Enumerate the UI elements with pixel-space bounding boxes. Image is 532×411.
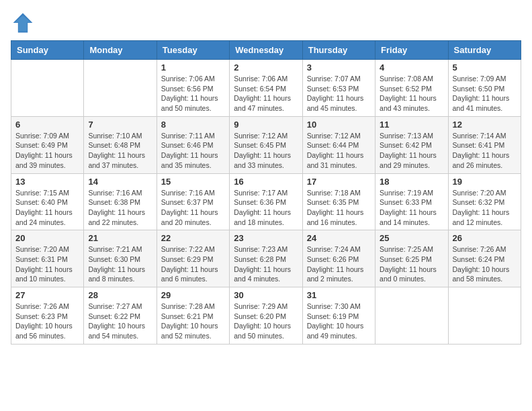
day-info: Sunrise: 7:29 AM Sunset: 6:20 PM Dayligh… bbox=[234, 302, 298, 341]
day-number: 16 bbox=[234, 177, 298, 187]
day-info: Sunrise: 7:27 AM Sunset: 6:22 PM Dayligh… bbox=[88, 302, 152, 341]
calendar-day-header: Sunday bbox=[11, 41, 84, 60]
calendar-week-row: 1Sunrise: 7:06 AM Sunset: 6:56 PM Daylig… bbox=[11, 60, 521, 117]
day-number: 14 bbox=[88, 177, 152, 187]
day-info: Sunrise: 7:07 AM Sunset: 6:53 PM Dayligh… bbox=[307, 74, 371, 113]
calendar-day-cell: 5Sunrise: 7:09 AM Sunset: 6:50 PM Daylig… bbox=[448, 60, 521, 117]
calendar-day-cell: 10Sunrise: 7:12 AM Sunset: 6:44 PM Dayli… bbox=[302, 116, 375, 173]
day-info: Sunrise: 7:06 AM Sunset: 6:56 PM Dayligh… bbox=[161, 74, 225, 113]
calendar-table: SundayMondayTuesdayWednesdayThursdayFrid… bbox=[11, 40, 521, 345]
logo-icon bbox=[11, 11, 35, 35]
calendar-day-cell bbox=[375, 287, 448, 345]
calendar-day-cell: 22Sunrise: 7:22 AM Sunset: 6:29 PM Dayli… bbox=[157, 230, 229, 287]
day-number: 3 bbox=[307, 62, 371, 73]
day-info: Sunrise: 7:19 AM Sunset: 6:33 PM Dayligh… bbox=[380, 188, 443, 228]
calendar-day-header: Tuesday bbox=[157, 41, 229, 60]
day-info: Sunrise: 7:10 AM Sunset: 6:48 PM Dayligh… bbox=[88, 131, 152, 171]
day-info: Sunrise: 7:06 AM Sunset: 6:54 PM Dayligh… bbox=[234, 74, 298, 113]
day-info: Sunrise: 7:09 AM Sunset: 6:49 PM Dayligh… bbox=[15, 131, 79, 171]
day-info: Sunrise: 7:14 AM Sunset: 6:41 PM Dayligh… bbox=[453, 131, 517, 171]
day-info: Sunrise: 7:26 AM Sunset: 6:24 PM Dayligh… bbox=[453, 244, 517, 284]
day-number: 17 bbox=[307, 177, 371, 187]
day-number: 21 bbox=[88, 233, 152, 243]
day-number: 29 bbox=[161, 290, 225, 300]
calendar-week-row: 6Sunrise: 7:09 AM Sunset: 6:49 PM Daylig… bbox=[11, 116, 521, 173]
day-number: 18 bbox=[380, 177, 443, 187]
calendar-day-cell: 4Sunrise: 7:08 AM Sunset: 6:52 PM Daylig… bbox=[375, 60, 448, 117]
calendar-day-cell: 29Sunrise: 7:28 AM Sunset: 6:21 PM Dayli… bbox=[157, 287, 229, 345]
calendar-day-cell: 18Sunrise: 7:19 AM Sunset: 6:33 PM Dayli… bbox=[375, 173, 448, 230]
day-info: Sunrise: 7:23 AM Sunset: 6:28 PM Dayligh… bbox=[234, 244, 298, 284]
calendar-day-cell: 24Sunrise: 7:24 AM Sunset: 6:26 PM Dayli… bbox=[302, 230, 375, 287]
day-number: 20 bbox=[15, 233, 79, 243]
calendar-day-header: Friday bbox=[375, 41, 448, 60]
calendar-week-row: 13Sunrise: 7:15 AM Sunset: 6:40 PM Dayli… bbox=[11, 173, 521, 230]
day-info: Sunrise: 7:09 AM Sunset: 6:50 PM Dayligh… bbox=[453, 74, 517, 113]
day-number: 5 bbox=[453, 62, 517, 73]
day-number: 6 bbox=[15, 120, 79, 130]
svg-marker-1 bbox=[15, 15, 30, 31]
page-header bbox=[11, 11, 521, 35]
calendar-day-header: Saturday bbox=[448, 41, 521, 60]
day-number: 31 bbox=[307, 290, 371, 300]
calendar-day-cell: 26Sunrise: 7:26 AM Sunset: 6:24 PM Dayli… bbox=[448, 230, 521, 287]
day-info: Sunrise: 7:12 AM Sunset: 6:45 PM Dayligh… bbox=[234, 131, 298, 171]
day-info: Sunrise: 7:25 AM Sunset: 6:25 PM Dayligh… bbox=[380, 244, 443, 284]
day-number: 28 bbox=[88, 290, 152, 300]
day-number: 22 bbox=[161, 233, 225, 243]
calendar-day-cell: 11Sunrise: 7:13 AM Sunset: 6:42 PM Dayli… bbox=[375, 116, 448, 173]
calendar-week-row: 20Sunrise: 7:20 AM Sunset: 6:31 PM Dayli… bbox=[11, 230, 521, 287]
day-number: 11 bbox=[380, 120, 443, 130]
day-info: Sunrise: 7:30 AM Sunset: 6:19 PM Dayligh… bbox=[307, 302, 371, 341]
calendar-day-cell: 2Sunrise: 7:06 AM Sunset: 6:54 PM Daylig… bbox=[230, 60, 302, 117]
calendar-day-cell: 14Sunrise: 7:16 AM Sunset: 6:38 PM Dayli… bbox=[84, 173, 157, 230]
calendar-day-cell: 28Sunrise: 7:27 AM Sunset: 6:22 PM Dayli… bbox=[84, 287, 157, 345]
day-number: 9 bbox=[234, 120, 298, 130]
logo bbox=[11, 11, 38, 35]
day-info: Sunrise: 7:21 AM Sunset: 6:30 PM Dayligh… bbox=[88, 244, 152, 284]
day-info: Sunrise: 7:24 AM Sunset: 6:26 PM Dayligh… bbox=[307, 244, 371, 284]
day-number: 19 bbox=[453, 177, 517, 187]
day-info: Sunrise: 7:18 AM Sunset: 6:35 PM Dayligh… bbox=[307, 188, 371, 228]
calendar-day-cell: 21Sunrise: 7:21 AM Sunset: 6:30 PM Dayli… bbox=[84, 230, 157, 287]
day-number: 27 bbox=[15, 290, 79, 300]
day-info: Sunrise: 7:08 AM Sunset: 6:52 PM Dayligh… bbox=[380, 74, 443, 113]
day-info: Sunrise: 7:28 AM Sunset: 6:21 PM Dayligh… bbox=[161, 302, 225, 341]
calendar-day-cell: 27Sunrise: 7:26 AM Sunset: 6:23 PM Dayli… bbox=[11, 287, 84, 345]
calendar-day-cell: 25Sunrise: 7:25 AM Sunset: 6:25 PM Dayli… bbox=[375, 230, 448, 287]
day-number: 25 bbox=[380, 233, 443, 243]
calendar-week-row: 27Sunrise: 7:26 AM Sunset: 6:23 PM Dayli… bbox=[11, 287, 521, 345]
day-info: Sunrise: 7:16 AM Sunset: 6:37 PM Dayligh… bbox=[161, 188, 225, 228]
calendar-day-cell: 7Sunrise: 7:10 AM Sunset: 6:48 PM Daylig… bbox=[84, 116, 157, 173]
day-info: Sunrise: 7:16 AM Sunset: 6:38 PM Dayligh… bbox=[88, 188, 152, 228]
day-info: Sunrise: 7:12 AM Sunset: 6:44 PM Dayligh… bbox=[307, 131, 371, 171]
day-info: Sunrise: 7:17 AM Sunset: 6:36 PM Dayligh… bbox=[234, 188, 298, 228]
day-number: 13 bbox=[15, 177, 79, 187]
calendar-day-header: Thursday bbox=[302, 41, 375, 60]
calendar-day-cell: 17Sunrise: 7:18 AM Sunset: 6:35 PM Dayli… bbox=[302, 173, 375, 230]
day-number: 2 bbox=[234, 62, 298, 73]
day-number: 12 bbox=[453, 120, 517, 130]
day-info: Sunrise: 7:20 AM Sunset: 6:32 PM Dayligh… bbox=[453, 188, 517, 228]
day-number: 23 bbox=[234, 233, 298, 243]
calendar-day-header: Monday bbox=[84, 41, 157, 60]
day-number: 24 bbox=[307, 233, 371, 243]
calendar-day-cell: 1Sunrise: 7:06 AM Sunset: 6:56 PM Daylig… bbox=[157, 60, 229, 117]
day-number: 1 bbox=[161, 62, 225, 73]
calendar-day-cell: 19Sunrise: 7:20 AM Sunset: 6:32 PM Dayli… bbox=[448, 173, 521, 230]
calendar-day-cell bbox=[11, 60, 84, 117]
calendar-header-row: SundayMondayTuesdayWednesdayThursdayFrid… bbox=[11, 41, 521, 60]
calendar-day-cell: 30Sunrise: 7:29 AM Sunset: 6:20 PM Dayli… bbox=[230, 287, 302, 345]
calendar-day-cell: 8Sunrise: 7:11 AM Sunset: 6:46 PM Daylig… bbox=[157, 116, 229, 173]
day-number: 10 bbox=[307, 120, 371, 130]
calendar-day-cell: 6Sunrise: 7:09 AM Sunset: 6:49 PM Daylig… bbox=[11, 116, 84, 173]
day-info: Sunrise: 7:20 AM Sunset: 6:31 PM Dayligh… bbox=[15, 244, 79, 284]
calendar-day-header: Wednesday bbox=[230, 41, 302, 60]
day-number: 15 bbox=[161, 177, 225, 187]
calendar-day-cell: 20Sunrise: 7:20 AM Sunset: 6:31 PM Dayli… bbox=[11, 230, 84, 287]
day-number: 4 bbox=[380, 62, 443, 73]
day-number: 8 bbox=[161, 120, 225, 130]
calendar-day-cell bbox=[84, 60, 157, 117]
day-number: 7 bbox=[88, 120, 152, 130]
calendar-day-cell: 13Sunrise: 7:15 AM Sunset: 6:40 PM Dayli… bbox=[11, 173, 84, 230]
